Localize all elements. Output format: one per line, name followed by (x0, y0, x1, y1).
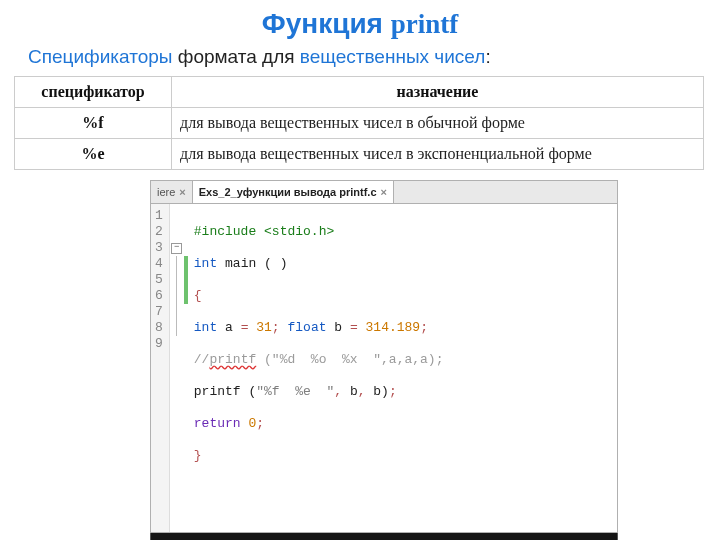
table-header-spec: спецификатор (15, 77, 172, 108)
code-area[interactable]: #include <stdio.h> int main ( ) { int a … (188, 204, 617, 532)
fold-icon[interactable]: − (171, 243, 182, 254)
cell-spec: %f (15, 108, 172, 139)
code-editor[interactable]: 1 2 3 4 5 6 7 8 9 − (150, 203, 618, 533)
title-part2: printf (391, 9, 459, 39)
table-row: %f для вывода вещественных чисел в обычн… (15, 108, 704, 139)
line-number: 5 (155, 272, 163, 288)
line-number: 9 (155, 336, 163, 352)
subtitle-part4: : (485, 46, 490, 67)
line-number-gutter: 1 2 3 4 5 6 7 8 9 (151, 204, 170, 532)
editor-tabs: iere × Exs_2_уфункции вывода printf.c × (150, 180, 618, 203)
subtitle-part2: формата для (178, 46, 300, 67)
line-number: 3 (155, 240, 163, 256)
title-part1: Функция (262, 8, 383, 39)
slide-title: Функция printf (0, 8, 720, 40)
line-number: 8 (155, 320, 163, 336)
tab-partial[interactable]: iere × (151, 181, 193, 203)
fold-column: − (170, 204, 184, 532)
line-number: 6 (155, 288, 163, 304)
tab-active-label: Exs_2_уфункции вывода printf.c (199, 186, 377, 198)
line-number: 1 (155, 208, 163, 224)
specifier-table: спецификатор назначение %f для вывода ве… (14, 76, 704, 170)
close-icon[interactable]: × (381, 186, 387, 198)
table-header-desc: назначение (172, 77, 704, 108)
line-number: 4 (155, 256, 163, 272)
ide-screenshot: iere × Exs_2_уфункции вывода printf.c × … (150, 180, 618, 540)
tab-active[interactable]: Exs_2_уфункции вывода printf.c × (193, 181, 394, 203)
line-number: 7 (155, 304, 163, 320)
cell-spec: %e (15, 139, 172, 170)
line-number: 2 (155, 224, 163, 240)
subtitle-part3: вещественных чисел (300, 46, 486, 67)
tab-partial-label: iere (157, 186, 175, 198)
subtitle-part1: Спецификаторы (28, 46, 178, 67)
cell-desc: для вывода вещественных чисел в экспонен… (172, 139, 704, 170)
cell-desc: для вывода вещественных чисел в обычной … (172, 108, 704, 139)
slide-subtitle: Спецификаторы формата для вещественных ч… (28, 46, 706, 68)
console-output: 314.188995 3.141890e+002Process returned… (150, 533, 618, 540)
table-row: %e для вывода вещественных чисел в экспо… (15, 139, 704, 170)
close-icon[interactable]: × (179, 186, 185, 198)
